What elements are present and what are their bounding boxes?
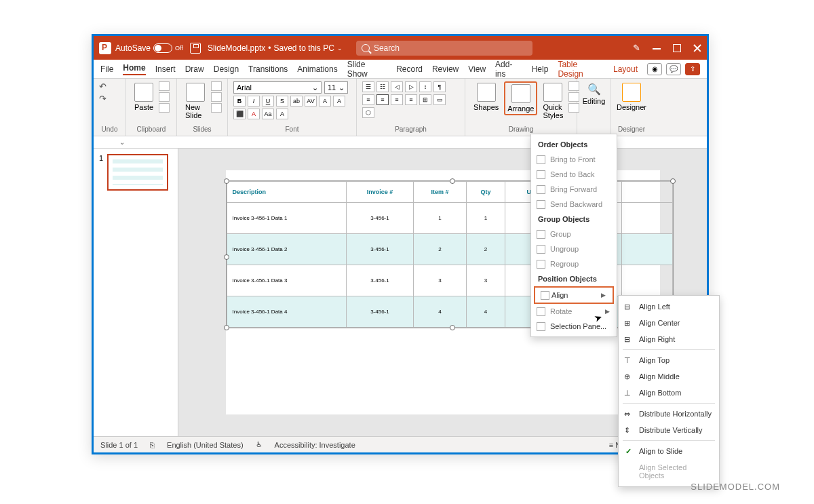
align-middle-icon: ⊕: [624, 372, 630, 381]
section-icon[interactable]: [211, 103, 222, 113]
send-to-back-item[interactable]: Send to Back: [531, 167, 617, 182]
align-center-icon[interactable]: ≡: [376, 94, 389, 105]
distribute-v-item[interactable]: ⇕Distribute Vertically: [619, 422, 719, 438]
cut-icon[interactable]: [159, 81, 170, 91]
tab-transitions[interactable]: Transitions: [248, 64, 288, 74]
tab-slideshow[interactable]: Slide Show: [347, 60, 387, 79]
designer-button[interactable]: Designer: [617, 81, 646, 113]
slide-thumbnail-1[interactable]: [107, 154, 168, 191]
undo-icon[interactable]: ↶: [99, 81, 120, 92]
distribute-h-item[interactable]: ⇔Distribute Horizontally: [619, 406, 719, 422]
underline-button[interactable]: U: [262, 96, 274, 106]
line-spacing-icon[interactable]: ↕: [419, 81, 431, 92]
maximize-button[interactable]: [673, 44, 681, 52]
paste-button[interactable]: Paste: [132, 81, 156, 113]
tab-home[interactable]: Home: [123, 63, 145, 75]
redo-icon[interactable]: ↷: [99, 94, 120, 104]
copy-icon[interactable]: [159, 92, 170, 102]
indent-inc-icon[interactable]: ▷: [405, 81, 417, 92]
editing-button[interactable]: 🔍Editing: [583, 81, 605, 106]
tab-review[interactable]: Review: [432, 64, 459, 74]
thumb-number: 1: [99, 154, 103, 191]
tab-help[interactable]: Help: [532, 64, 549, 74]
bullets-icon[interactable]: ☰: [362, 81, 374, 92]
font-name-select[interactable]: Arial⌄: [233, 81, 322, 94]
close-button[interactable]: [693, 44, 701, 52]
mic-icon[interactable]: ✎: [633, 43, 640, 53]
strike-button[interactable]: S: [276, 96, 288, 106]
change-case-icon[interactable]: Aa: [262, 109, 274, 119]
align-center-item[interactable]: ⊞Align Center: [619, 315, 719, 331]
bring-forward-item[interactable]: Bring Forward: [531, 182, 617, 197]
selection-handle[interactable]: [670, 178, 676, 184]
align-item[interactable]: Align▶: [534, 286, 614, 304]
shadow-button[interactable]: ab: [290, 96, 303, 106]
shapes-button[interactable]: Shapes: [471, 81, 501, 113]
format-painter-icon[interactable]: [159, 103, 170, 113]
selection-handle[interactable]: [224, 254, 229, 260]
quick-styles-button[interactable]: Quick Styles: [540, 81, 566, 121]
tab-animations[interactable]: Animations: [297, 64, 337, 74]
send-backward-item[interactable]: Send Backward: [531, 197, 617, 212]
indent-dec-icon[interactable]: ◁: [391, 81, 403, 92]
bring-to-front-item[interactable]: Bring to Front: [531, 152, 617, 167]
highlight-icon[interactable]: ⬛: [233, 109, 246, 119]
font-size-select[interactable]: 11⌄: [324, 81, 348, 94]
align-bottom-item[interactable]: ⊥Align Bottom: [619, 385, 719, 401]
italic-button[interactable]: I: [248, 96, 260, 106]
align-right-icon[interactable]: ≡: [391, 94, 403, 105]
numbering-icon[interactable]: ☷: [376, 81, 389, 92]
qat-expand-icon[interactable]: ⌄: [119, 138, 125, 146]
align-middle-item[interactable]: ⊕Align Middle: [619, 368, 719, 385]
bold-button[interactable]: B: [233, 96, 246, 106]
columns-icon[interactable]: ⊞: [419, 94, 431, 105]
align-right-item[interactable]: ⊟Align Right: [619, 331, 719, 347]
selection-handle[interactable]: [224, 325, 229, 330]
save-icon[interactable]: [190, 43, 201, 54]
reset-icon[interactable]: [211, 92, 222, 102]
font-color-icon[interactable]: A: [248, 109, 260, 119]
selection-handle[interactable]: [450, 178, 455, 184]
share-button[interactable]: ⇧: [685, 63, 700, 75]
tab-insert[interactable]: Insert: [155, 64, 176, 74]
align-to-slide-item[interactable]: ✓Align to Slide: [619, 443, 719, 459]
clear-format-icon[interactable]: A: [276, 109, 288, 119]
align-top-item[interactable]: ⊤Align Top: [619, 352, 719, 368]
selection-handle[interactable]: [224, 178, 229, 184]
align-left-icon[interactable]: ≡: [362, 94, 374, 105]
tab-record[interactable]: Record: [396, 64, 423, 74]
submenu-arrow-icon: ▶: [601, 292, 606, 298]
arrange-button[interactable]: Arrange: [504, 81, 537, 115]
minimize-button[interactable]: [653, 44, 661, 52]
slides-group-label: Slides: [182, 125, 222, 133]
chevron-down-icon[interactable]: ⌄: [337, 45, 343, 52]
tab-table-design[interactable]: Table Design: [558, 60, 604, 79]
separator: [623, 440, 715, 441]
tab-layout[interactable]: Layout: [613, 64, 638, 74]
filename[interactable]: SlideModel.pptx: [208, 43, 265, 53]
spacing-button[interactable]: AV: [305, 96, 317, 106]
shrink-font-icon[interactable]: A: [333, 96, 345, 106]
language-status[interactable]: English (United States): [167, 441, 244, 449]
autosave-toggle[interactable]: AutoSave Off: [115, 43, 183, 53]
search-input[interactable]: Search: [356, 41, 532, 56]
new-slide-button[interactable]: New Slide: [182, 81, 208, 121]
smartart-icon[interactable]: ⬡: [362, 107, 374, 118]
layout-icon[interactable]: [211, 81, 222, 91]
ungroup-item: Ungroup: [531, 241, 617, 256]
tab-design[interactable]: Design: [214, 64, 239, 74]
justify-icon[interactable]: ≡: [405, 94, 417, 105]
tab-addins[interactable]: Add-ins: [495, 60, 522, 79]
tab-draw[interactable]: Draw: [185, 64, 204, 74]
tab-view[interactable]: View: [468, 64, 486, 74]
record-button[interactable]: ◉: [647, 63, 662, 75]
slide-counter[interactable]: Slide 1 of 1: [100, 441, 138, 449]
align-left-item[interactable]: ⊟Align Left: [619, 298, 719, 315]
accessibility-status[interactable]: Accessibility: Investigate: [275, 441, 355, 449]
text-direction-icon[interactable]: ¶: [433, 81, 446, 92]
comments-button[interactable]: 💬: [666, 63, 681, 75]
tab-file[interactable]: File: [100, 64, 113, 74]
align-text-icon[interactable]: ▭: [433, 94, 446, 105]
selection-handle[interactable]: [450, 325, 455, 330]
grow-font-icon[interactable]: A: [319, 96, 331, 106]
